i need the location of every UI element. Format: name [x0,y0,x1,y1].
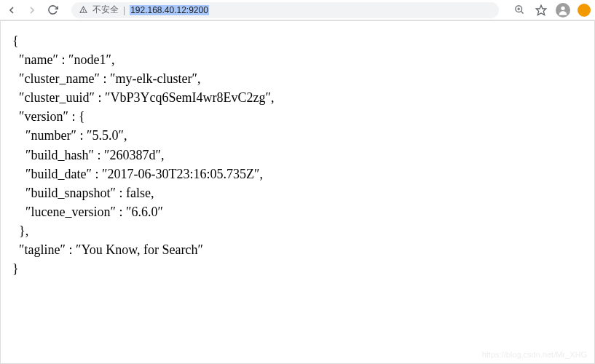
json-response-body: { ″name″ : ″node1″, ″cluster_name″ : ″my… [1,21,594,288]
json-key: name [25,52,53,67]
page-viewport: { ″name″ : ″node1″, ″cluster_name″ : ″my… [0,20,595,364]
json-value: my-elk-cluster [115,71,192,86]
json-value: 6.6.0 [131,205,157,219]
json-value: 5.5.0 [92,128,118,143]
json-key: build_date [31,167,87,181]
json-key: lucene_version [31,205,111,219]
json-value: node1 [74,52,106,67]
extension-badge[interactable] [578,4,591,17]
json-key: number [31,128,71,143]
svg-line-1 [521,11,523,13]
svg-point-5 [561,6,564,9]
reload-button[interactable] [45,3,60,17]
json-value: VbP3Ycq6SemI4wr8EvC2zg [110,90,265,105]
json-key: version [25,109,63,124]
json-key: tagline [25,242,60,257]
json-value: 260387d [110,148,156,162]
bookmark-icon[interactable] [534,3,548,17]
json-key: build_snapshot [31,186,111,200]
url-text[interactable]: 192.168.40.12:9200 [130,5,209,15]
svg-marker-4 [536,5,545,15]
back-button[interactable] [4,3,19,17]
json-key: cluster_name [25,71,95,86]
zoom-icon[interactable] [512,3,527,17]
watermark: https://blog.csdn.net/Mr_XHG [482,350,587,359]
address-bar[interactable]: 不安全 | 192.168.40.12:9200 [71,2,499,18]
separator: | [123,5,125,15]
forward-button[interactable] [25,3,39,17]
json-key: build_hash [31,148,89,162]
security-status: 不安全 [92,4,119,16]
browser-toolbar: 不安全 | 192.168.40.12:9200 [0,0,595,20]
warning-icon [79,5,88,15]
json-value: false [126,186,151,200]
json-value: 2017-06-30T23:16:05.735Z [107,167,253,181]
profile-avatar[interactable] [556,3,570,17]
json-key: cluster_uuid [25,90,90,105]
json-value: You Know, for Search [81,242,197,257]
toolbar-right [512,3,591,17]
